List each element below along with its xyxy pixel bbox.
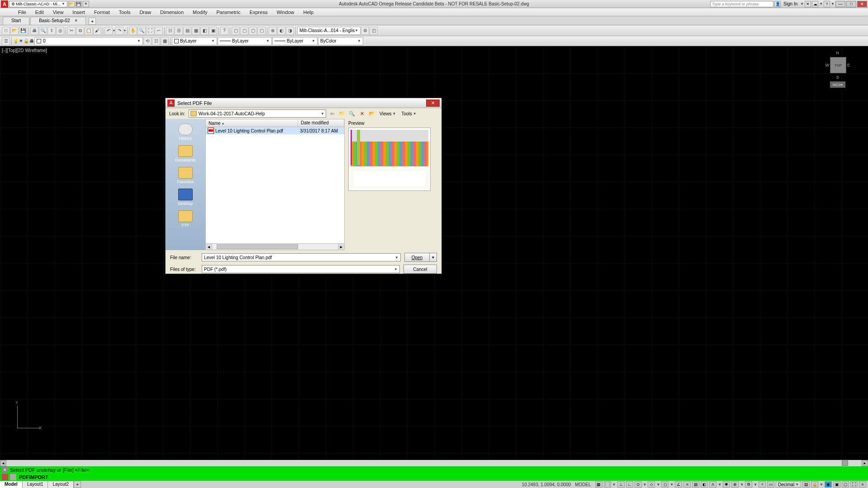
wcs-dropdown[interactable]: WCS▾ [830, 81, 845, 88]
close-icon[interactable]: × [75, 18, 77, 23]
zoom-prev-icon[interactable]: ⤺ [155, 27, 163, 35]
file-row[interactable]: Level 10 Lighting Control Plan.pdf 3/31/… [206, 127, 344, 134]
ws3-icon[interactable]: ▢ [249, 27, 257, 35]
place-ftp[interactable]: FTP [167, 208, 204, 230]
command-input[interactable]: PDFIMPORT [0, 474, 868, 481]
designctr-icon[interactable]: ☰ [175, 27, 183, 35]
tab-model[interactable]: Model [0, 481, 23, 488]
file-list-body[interactable]: Level 10 Lighting Control Plan.pdf 3/31/… [205, 127, 345, 244]
a360-icon[interactable]: ☁ [812, 1, 818, 7]
hscroll-thumb[interactable] [217, 244, 298, 249]
up-folder-button[interactable]: 📁 [338, 109, 346, 118]
chevron-down-icon[interactable]: ▼ [819, 2, 823, 6]
quickcalc-icon[interactable]: ▣ [209, 27, 217, 35]
tab-start[interactable]: Start [3, 17, 29, 25]
chevron-down-icon[interactable]: ▼ [754, 483, 757, 487]
tab-current[interactable]: Basic-Setup-02 × [30, 17, 86, 25]
units-dropdown[interactable]: Decimal▼ [776, 481, 801, 488]
menu-format[interactable]: Format [90, 9, 114, 16]
chevron-down-icon[interactable]: ▼ [612, 483, 616, 487]
tools-menu[interactable]: Tools▼ [399, 110, 418, 117]
exchange-icon[interactable]: ✕ [805, 1, 811, 7]
place-desktop[interactable]: Desktop [167, 187, 204, 208]
filename-input[interactable]: Level 10 Lighting Control Plan.pdf▼ [202, 253, 401, 261]
clean-toggle[interactable]: ▢ [842, 481, 849, 488]
iso-toggle[interactable]: ◇ [648, 481, 655, 488]
column-date[interactable]: Date modified [298, 119, 344, 127]
filetype-dropdown[interactable]: PDF (*.pdf)▼ [202, 265, 400, 273]
place-documents[interactable]: Documents [167, 143, 204, 165]
place-favorites[interactable]: Favorites [167, 165, 204, 187]
toolpal-icon[interactable]: ▤ [183, 27, 191, 35]
help-icon[interactable]: ? [824, 1, 830, 7]
column-name[interactable]: Name▴ [206, 119, 298, 127]
snap-toggle[interactable]: ⋮⋮ [604, 481, 611, 488]
hscroll-track[interactable] [6, 460, 862, 466]
menu-dimension[interactable]: Dimension [156, 9, 188, 16]
3ddwf-icon[interactable]: ◎ [56, 27, 64, 35]
close-icon[interactable]: ✕ [2, 467, 8, 473]
qat-chevron[interactable]: ▼ [83, 1, 89, 7]
ws-settings-icon[interactable]: ⚙ [361, 27, 369, 35]
print-icon[interactable]: 🖶 [30, 27, 38, 35]
menu-view[interactable]: View [48, 9, 68, 16]
properties-icon[interactable]: ☷ [166, 27, 174, 35]
menu-express[interactable]: Express [245, 9, 272, 16]
publish-icon[interactable]: ⇪ [47, 27, 56, 35]
copy-icon[interactable]: ⧉ [76, 27, 84, 35]
undo-icon[interactable]: ↶ [104, 27, 113, 35]
scroll-right-icon[interactable]: ► [862, 460, 868, 466]
annoscale-icon[interactable]: A [709, 481, 716, 488]
zoom-rt-icon[interactable]: 🔍 [138, 27, 146, 35]
markup-icon[interactable]: ◧ [200, 27, 209, 35]
command-window[interactable]: ✕ Select PDF underlay or [File] <File>: … [0, 466, 868, 481]
help-icon[interactable]: ? [220, 27, 228, 35]
new-layout-button[interactable]: + [74, 481, 81, 488]
redo-icon[interactable]: ↷ [115, 27, 123, 35]
sheet-icon[interactable]: ▦ [192, 27, 200, 35]
viewcube-w[interactable]: W [825, 63, 829, 67]
place-history[interactable]: History [167, 122, 204, 143]
lockui-toggle[interactable]: 🔒 [811, 481, 818, 488]
workspace-dropdown[interactable]: ⚙ Milt-Classic-ACAD - Mi... ▼ [9, 1, 67, 7]
chevron-down-icon[interactable]: ▼ [831, 2, 835, 6]
chevron-down-icon[interactable]: ▼ [643, 483, 647, 487]
viewcube-n[interactable]: N [825, 51, 850, 55]
hscroll-thumb[interactable] [842, 460, 848, 466]
views-menu[interactable]: Views▼ [378, 110, 398, 117]
layer-prev-icon[interactable]: ⟲ [143, 37, 152, 45]
viewport-label[interactable]: [–][Top][2D Wireframe] [2, 48, 47, 53]
menu-parametric[interactable]: Parametric [212, 9, 245, 16]
layer-state-icon[interactable]: ☷ [152, 37, 160, 45]
scroll-left-icon[interactable]: ◄ [206, 244, 212, 250]
menu-help[interactable]: Help [299, 9, 318, 16]
tab-layout2[interactable]: Layout2 [48, 481, 74, 488]
color-dropdown[interactable]: ByLayer▼ [172, 37, 217, 45]
pan-icon[interactable]: ✋ [129, 27, 137, 35]
close-button[interactable]: ✕ [426, 99, 440, 107]
ortho-toggle[interactable]: ∟ [626, 481, 633, 488]
viewcube-s[interactable]: S [825, 75, 850, 80]
new-folder-button[interactable]: 📂 [368, 109, 376, 118]
open-button[interactable]: Open [404, 253, 430, 262]
menu-insert[interactable]: Insert [68, 9, 90, 16]
plot-preview-icon[interactable]: 🔍 [39, 27, 47, 35]
hardware-toggle[interactable]: ◉ [825, 481, 832, 488]
lookin-dropdown[interactable]: Work-04-21-2017-AutoCAD-Help ▼ [189, 109, 326, 118]
match-icon[interactable]: 🖌 [93, 27, 101, 35]
grid-toggle[interactable]: ▦ [595, 481, 602, 488]
new-icon[interactable]: □ [2, 27, 10, 35]
save-icon[interactable]: 💾 [19, 27, 27, 35]
search-web-button[interactable]: 🔍 [348, 109, 356, 118]
back-button[interactable]: ⇦ [328, 109, 336, 118]
open-icon[interactable]: 📂 [10, 27, 19, 35]
new-tab-button[interactable]: + [89, 18, 96, 25]
ws-save-icon[interactable]: ◫ [370, 27, 378, 35]
chevron-down-icon[interactable]: ▼ [718, 483, 721, 487]
menu-window[interactable]: Window [272, 9, 299, 16]
polar-toggle[interactable]: ⊙ [635, 481, 642, 488]
viewcube-e[interactable]: E [847, 63, 850, 67]
anno2-icon[interactable]: ◐ [277, 27, 285, 35]
fullscreen-toggle[interactable]: ⛶ [850, 481, 858, 488]
plotstyle-dropdown[interactable]: ByColor▼ [318, 37, 363, 45]
